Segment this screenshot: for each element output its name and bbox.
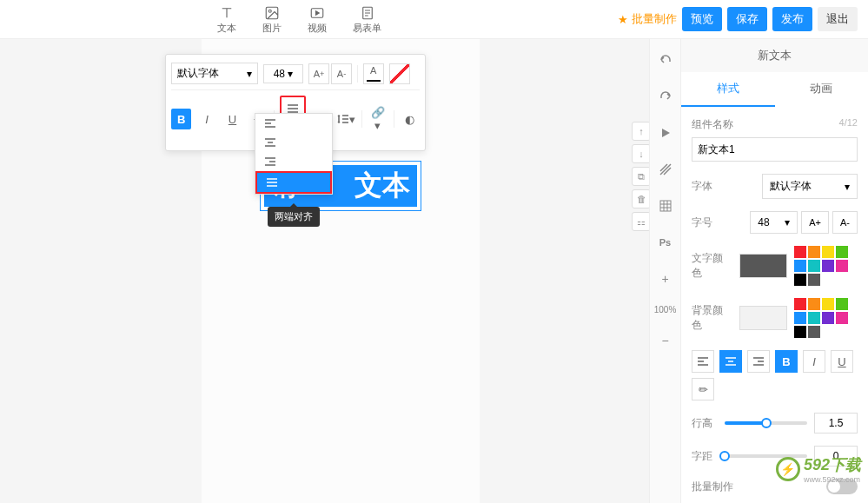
divider [357,65,358,83]
color-swatch[interactable] [794,326,806,338]
bg-color-button[interactable] [389,63,410,84]
italic-button[interactable]: I [196,109,216,129]
ps-icon[interactable]: Ps [655,232,676,253]
bgcolor-swatch[interactable] [739,306,788,330]
panel-clear[interactable]: ✏ [692,378,714,400]
color-swatch[interactable] [794,312,806,324]
component-name-input[interactable] [692,137,858,162]
bold-button[interactable]: B [171,109,191,129]
watermark-logo-icon: ⚡ [776,457,800,481]
tool-form-label: 易表单 [353,22,381,35]
font-size-select[interactable]: 48▾ [750,211,798,234]
panel-align-left[interactable] [692,350,714,373]
lineheight-slider[interactable] [725,421,807,425]
color-swatch[interactable] [808,274,820,286]
tool-text[interactable]: 文本 [217,4,236,35]
color-swatch[interactable] [808,246,820,258]
bgcolor-label: 背景颜色 [692,303,732,333]
panel-underline[interactable]: U [831,350,853,373]
zoom-in-button[interactable]: + [655,268,676,289]
delete-button[interactable]: 🗑 [632,189,651,208]
top-tools: 文本 图片 视频 易表单 [217,4,381,35]
underline-button[interactable]: U [222,109,242,129]
panel-align-right[interactable] [747,350,770,373]
color-swatch[interactable] [794,298,806,310]
bgcolor-palette [794,298,858,338]
watermark-main: 592下载 [804,454,861,475]
tab-animation[interactable]: 动画 [775,72,869,107]
lineheight-input[interactable] [814,413,858,434]
save-button[interactable]: 保存 [727,7,767,31]
preview-button[interactable]: 预览 [682,7,722,31]
tooltip: 两端对齐 [268,207,320,227]
svg-point-1 [268,10,271,12]
align-left-option[interactable] [255,114,332,133]
textcolor-swatch[interactable] [739,254,788,278]
image-icon [263,4,281,22]
color-swatch[interactable] [794,260,806,272]
video-icon [308,4,326,22]
tab-style[interactable]: 样式 [681,72,775,107]
panel-tabs: 样式 动画 [681,72,868,107]
color-swatch[interactable] [808,298,820,310]
size-decrease-button[interactable]: A- [832,211,858,234]
color-swatch[interactable] [836,246,848,258]
right-icon-bar: Ps + 100% − [649,39,680,503]
font-family-select[interactable]: 默认字体▾ [762,174,858,199]
text-color-button[interactable] [363,63,384,84]
canvas-side-tools: ↑ ↓ ⧉ 🗑 ⚏ [632,122,651,231]
size-increase-button[interactable]: A+ [801,211,829,234]
batch-make-link[interactable]: 批量制作 [618,11,677,27]
publish-button[interactable]: 发布 [772,7,812,31]
color-swatch[interactable] [808,326,820,338]
color-swatch[interactable] [822,298,834,310]
panel-bold[interactable]: B [775,350,798,373]
fontsize-select[interactable]: 48 ▾ [263,64,303,83]
lock-button[interactable]: ⚏ [632,212,651,231]
move-up-button[interactable]: ↑ [632,122,651,141]
font-decrease-button[interactable]: A- [331,63,352,84]
lineheight-label: 行高 [692,416,718,431]
grid-icon[interactable] [655,195,676,216]
color-swatch[interactable] [808,260,820,272]
clear-format-button[interactable]: ◐ [400,109,420,129]
color-swatch[interactable] [822,246,834,258]
zoom-out-button[interactable]: − [655,330,676,351]
lineheight-button[interactable]: ▾ [336,109,356,129]
link-button[interactable]: 🔗 ▾ [368,109,388,129]
tool-form[interactable]: 易表单 [353,4,381,35]
color-swatch[interactable] [822,312,834,324]
tool-image[interactable]: 图片 [262,4,282,35]
properties-panel: 新文本 样式 动画 组件名称4/12 字体 默认字体▾ 字号 48▾ A+ A-… [680,39,868,503]
color-swatch[interactable] [836,312,848,324]
zoom-level: 100% [654,305,677,314]
color-swatch[interactable] [794,274,806,286]
align-dropdown [255,113,333,195]
stripes-icon[interactable] [655,159,676,180]
align-justify-option[interactable] [255,171,332,194]
redo-button[interactable] [655,86,676,107]
color-swatch[interactable] [836,260,848,272]
top-actions: 批量制作 预览 保存 发布 退出 [618,7,858,31]
color-swatch[interactable] [794,246,806,258]
font-select[interactable]: 默认字体▾ [171,63,258,84]
name-label: 组件名称 [692,117,733,132]
textcolor-palette [794,246,858,286]
align-center-option[interactable] [255,133,332,152]
move-down-button[interactable]: ↓ [632,144,651,163]
font-increase-button[interactable]: A+ [308,63,329,84]
panel-align-center[interactable] [719,350,742,373]
panel-italic[interactable]: I [803,350,825,373]
color-swatch[interactable] [836,298,848,310]
watermark-sub: www.592xz.com [804,475,861,484]
exit-button[interactable]: 退出 [818,7,858,31]
color-swatch[interactable] [822,260,834,272]
tool-video[interactable]: 视频 [308,4,327,35]
top-toolbar: 文本 图片 视频 易表单 批量制作 预览 保存 发布 退出 [0,0,868,39]
align-right-option[interactable] [255,152,332,171]
copy-button[interactable]: ⧉ [632,167,651,186]
undo-button[interactable] [655,50,676,70]
play-button[interactable] [655,122,676,143]
color-swatch[interactable] [808,312,820,324]
panel-title: 新文本 [681,39,868,72]
